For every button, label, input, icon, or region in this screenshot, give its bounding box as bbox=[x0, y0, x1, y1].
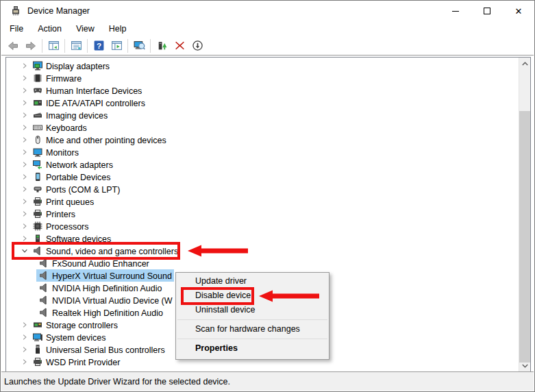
tree-item-content[interactable]: Print queues bbox=[30, 195, 96, 208]
tree-item-printers[interactable]: Printers bbox=[6, 208, 519, 220]
audio-icon bbox=[38, 307, 49, 318]
chevron-right-icon[interactable] bbox=[19, 134, 30, 145]
tree-item-content[interactable]: Mice and other pointing devices bbox=[30, 134, 169, 146]
audio-icon bbox=[38, 258, 49, 269]
chevron-down-icon[interactable] bbox=[19, 245, 30, 256]
disable-device-button[interactable] bbox=[188, 38, 206, 54]
uninstall-device-button[interactable] bbox=[171, 38, 188, 54]
menu-item-scan-for-hardware-changes[interactable]: Scan for hardware changes bbox=[176, 322, 329, 336]
tree-item-sound-video-and-game-controllers[interactable]: Sound, video and game controllers bbox=[6, 245, 519, 257]
menu-view[interactable]: View bbox=[70, 22, 101, 36]
scrollbar-up-button[interactable] bbox=[519, 58, 531, 69]
maximize-button[interactable] bbox=[471, 1, 503, 21]
show-action-pane-button[interactable] bbox=[108, 38, 125, 54]
tree-item-content[interactable]: Keyboards bbox=[30, 121, 89, 134]
tree-item-content[interactable]: Processors bbox=[30, 220, 91, 232]
tree-item-ide-ata-atapi-controllers[interactable]: IDE ATA/ATAPI controllers bbox=[6, 97, 519, 109]
vertical-scrollbar[interactable] bbox=[519, 58, 530, 371]
toolbar bbox=[1, 36, 534, 56]
tree-item-print-queues[interactable]: Print queues bbox=[6, 195, 519, 208]
update-driver-button[interactable] bbox=[153, 38, 171, 54]
chevron-right-icon[interactable] bbox=[19, 344, 30, 355]
tree-item-content[interactable]: Realtek High Definition Audio bbox=[36, 306, 165, 319]
chevron-right-icon[interactable] bbox=[19, 233, 30, 244]
menu-item-update-driver[interactable]: Update driver bbox=[176, 274, 329, 289]
help-button[interactable] bbox=[90, 38, 108, 54]
tree-item-content[interactable]: Software devices bbox=[30, 232, 113, 245]
tree-item-content[interactable]: HyperX Virtual Surround Sound bbox=[36, 269, 174, 282]
chevron-right-icon[interactable] bbox=[19, 85, 30, 96]
chevron-right-icon[interactable] bbox=[19, 110, 30, 121]
chevron-right-icon[interactable] bbox=[19, 221, 30, 232]
tree-item-portable-devices[interactable]: Portable Devices bbox=[6, 171, 519, 183]
chevron-right-icon[interactable] bbox=[19, 159, 30, 170]
chevron-right-icon[interactable] bbox=[19, 196, 30, 207]
tree-item-content[interactable]: FxSound Audio Enhancer bbox=[36, 257, 151, 269]
menu-separator bbox=[177, 319, 327, 320]
back-button[interactable] bbox=[4, 38, 22, 54]
chevron-right-icon[interactable] bbox=[19, 332, 30, 343]
close-button[interactable]: ✕ bbox=[503, 1, 534, 21]
tree-item-content[interactable]: Imaging devices bbox=[30, 109, 110, 121]
scrollbar-thumb[interactable] bbox=[519, 111, 531, 363]
tree-item-content[interactable]: IDE ATA/ATAPI controllers bbox=[30, 97, 147, 109]
tree-item-content[interactable]: Storage controllers bbox=[30, 319, 120, 331]
ports-icon bbox=[32, 184, 43, 195]
tree-item-content[interactable]: Network adapters bbox=[30, 158, 115, 171]
tree-item-content[interactable]: NVIDIA High Definition Audio bbox=[36, 282, 164, 294]
chevron-right-icon[interactable] bbox=[19, 356, 30, 367]
scan-for-hardware-changes-button[interactable] bbox=[130, 38, 148, 54]
chevron-right-icon[interactable] bbox=[19, 122, 30, 133]
chevron-right-icon[interactable] bbox=[19, 97, 30, 108]
tree-item-keyboards[interactable]: Keyboards bbox=[6, 121, 519, 134]
menu-file[interactable]: File bbox=[3, 22, 29, 36]
tree-item-label: Keyboards bbox=[46, 123, 87, 133]
tree-item-label: Storage controllers bbox=[46, 320, 118, 330]
tree-item-monitors[interactable]: Monitors bbox=[6, 146, 519, 158]
tree-item-human-interface-devices[interactable]: Human Interface Devices bbox=[6, 84, 519, 97]
tree-item-content[interactable]: Portable Devices bbox=[30, 171, 113, 183]
tree-item-content[interactable]: Sound, video and game controllers bbox=[30, 245, 180, 257]
tree-item-display-adapters[interactable]: Display adapters bbox=[6, 60, 519, 72]
tree-item-mice-and-other-pointing-devices[interactable]: Mice and other pointing devices bbox=[6, 134, 519, 146]
menu-item-disable-device[interactable]: Disable device bbox=[176, 289, 329, 303]
tree-item-content[interactable]: WSD Print Provider bbox=[30, 356, 122, 368]
properties-button[interactable] bbox=[67, 38, 85, 54]
tree-item-fxsound-audio-enhancer[interactable]: FxSound Audio Enhancer bbox=[6, 257, 519, 269]
tree-item-software-devices[interactable]: Software devices bbox=[6, 232, 519, 245]
chevron-right-icon[interactable] bbox=[19, 208, 30, 219]
chevron-right-icon[interactable] bbox=[19, 319, 30, 330]
chevron-right-glyph bbox=[21, 74, 29, 82]
scrollbar-down-button[interactable] bbox=[519, 360, 531, 371]
tree-item-processors[interactable]: Processors bbox=[6, 220, 519, 232]
chevron-right-icon[interactable] bbox=[19, 147, 30, 158]
menu-action[interactable]: Action bbox=[32, 22, 68, 36]
tree-item-content[interactable]: Firmware bbox=[30, 72, 84, 84]
forward-button[interactable] bbox=[22, 38, 40, 54]
tree-item-network-adapters[interactable]: Network adapters bbox=[6, 158, 519, 171]
tree-item-content[interactable]: Monitors bbox=[30, 146, 81, 158]
tree-item-ports-com-lpt[interactable]: Ports (COM & LPT) bbox=[6, 183, 519, 195]
minimize-button[interactable] bbox=[440, 1, 471, 21]
tree-item-content[interactable]: Universal Serial Bus controllers bbox=[30, 343, 167, 356]
menu-item-properties[interactable]: Properties bbox=[176, 341, 329, 356]
chevron-right-icon[interactable] bbox=[19, 60, 30, 71]
tree-item-label: Human Interface Devices bbox=[46, 86, 142, 96]
tree-item-label: Display adapters bbox=[46, 61, 110, 71]
chevron-right-glyph bbox=[21, 173, 29, 181]
chevron-right-icon[interactable] bbox=[19, 73, 30, 84]
tree-item-content[interactable]: NVIDIA Virtual Audio Device (W bbox=[36, 294, 175, 306]
tree-item-imaging-devices[interactable]: Imaging devices bbox=[6, 109, 519, 121]
tree-item-content[interactable]: Ports (COM & LPT) bbox=[30, 183, 122, 195]
tree-item-content[interactable]: Human Interface Devices bbox=[30, 84, 144, 97]
menu-help[interactable]: Help bbox=[103, 22, 133, 36]
tree-item-content[interactable]: System devices bbox=[30, 331, 108, 343]
chevron-right-icon[interactable] bbox=[19, 171, 30, 182]
chevron-right-icon[interactable] bbox=[19, 184, 30, 195]
menu-item-uninstall-device[interactable]: Uninstall device bbox=[176, 303, 329, 317]
tree-item-content[interactable]: Display adapters bbox=[30, 60, 112, 72]
tree-item-content[interactable]: Printers bbox=[30, 208, 77, 220]
tree-item-firmware[interactable]: Firmware bbox=[6, 72, 519, 84]
show-console-tree-button[interactable] bbox=[45, 38, 62, 54]
chevron-right-glyph bbox=[21, 99, 29, 107]
